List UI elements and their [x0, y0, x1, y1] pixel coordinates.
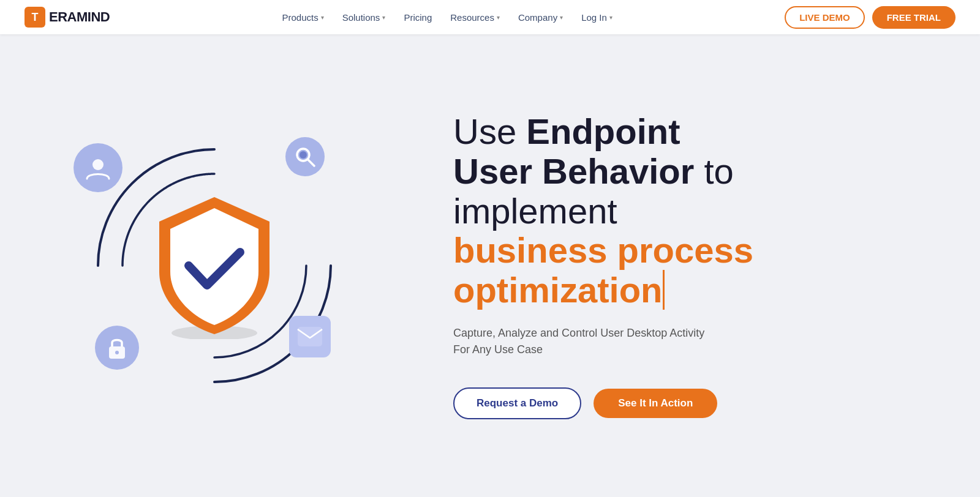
shield-icon — [147, 192, 282, 339]
live-demo-button[interactable]: LIVE DEMO — [785, 6, 865, 29]
chevron-down-icon: ▾ — [321, 14, 324, 21]
nav-item-products[interactable]: Products ▾ — [274, 7, 331, 28]
nav-links: Products ▾ Solutions ▾ Pricing Resources… — [274, 7, 619, 28]
see-it-in-action-button[interactable]: See It In Action — [594, 389, 717, 418]
hero-title: Use Endpoint User Behavior to implement … — [453, 112, 845, 311]
hero-illustration — [37, 88, 392, 443]
chevron-down-icon: ▾ — [382, 14, 385, 21]
svg-rect-7 — [298, 327, 322, 346]
chevron-down-icon: ▾ — [609, 14, 612, 21]
svg-point-5 — [300, 151, 307, 159]
nav-actions: LIVE DEMO FREE TRIAL — [785, 6, 956, 29]
hero-subtitle: Capture, Analyze and Control User Deskto… — [453, 325, 845, 358]
hero-section: Use Endpoint User Behavior to implement … — [0, 34, 980, 497]
navbar: T ERAMIND Products ▾ Solutions ▾ Pricing… — [0, 0, 980, 34]
logo-text: ERAMIND — [49, 9, 110, 25]
mail-icon — [289, 316, 331, 357]
request-demo-button[interactable]: Request a Demo — [453, 387, 581, 419]
lock-icon — [95, 326, 139, 370]
hero-visual — [24, 76, 404, 455]
svg-point-3 — [115, 351, 119, 354]
chevron-down-icon: ▾ — [497, 14, 500, 21]
logo-icon: T — [24, 7, 45, 28]
user-icon — [74, 143, 123, 192]
nav-item-company[interactable]: Company ▾ — [511, 7, 570, 28]
search-icon — [285, 137, 325, 176]
nav-item-login[interactable]: Log In ▾ — [574, 7, 620, 28]
nav-item-solutions[interactable]: Solutions ▾ — [335, 7, 393, 28]
free-trial-button[interactable]: FREE TRIAL — [872, 6, 956, 29]
chevron-down-icon: ▾ — [560, 14, 563, 21]
logo[interactable]: T ERAMIND — [24, 7, 110, 28]
nav-item-resources[interactable]: Resources ▾ — [443, 7, 507, 28]
svg-point-1 — [92, 159, 104, 170]
svg-line-6 — [308, 160, 314, 166]
hero-buttons: Request a Demo See It In Action — [453, 387, 845, 419]
nav-item-pricing[interactable]: Pricing — [396, 7, 439, 28]
hero-content: Use Endpoint User Behavior to implement … — [404, 112, 845, 420]
